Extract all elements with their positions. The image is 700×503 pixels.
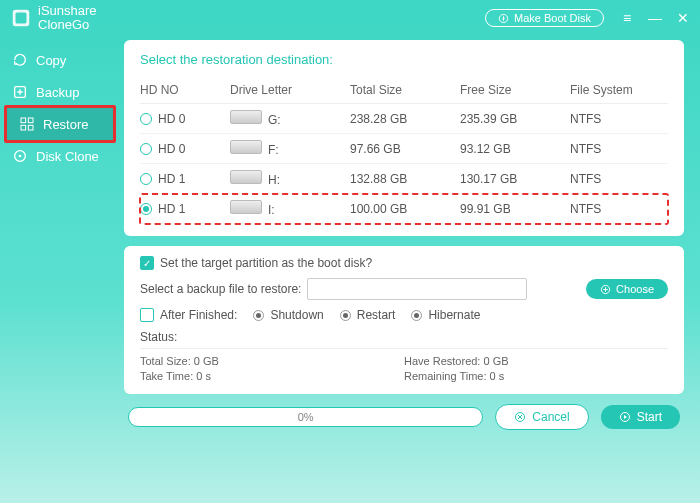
backup-file-input[interactable]: [307, 278, 527, 300]
footer: 0% Cancel Start: [124, 404, 684, 432]
svg-point-9: [19, 155, 22, 158]
cancel-button[interactable]: Cancel: [495, 404, 588, 430]
svg-rect-5: [28, 118, 33, 123]
status-label: Status:: [140, 330, 668, 344]
table-row[interactable]: HD 0G:238.28 GB235.39 GBNTFS: [140, 104, 668, 134]
sidebar-item-copy[interactable]: Copy: [0, 44, 120, 76]
clone-icon: [12, 148, 28, 164]
after-finished-checkbox[interactable]: [140, 308, 154, 322]
row-radio[interactable]: [140, 203, 152, 215]
drive-icon: [230, 200, 262, 214]
backup-icon: [12, 84, 28, 100]
main-content: Select the restoration destination: HD N…: [120, 36, 700, 503]
sidebar-item-backup[interactable]: Backup: [0, 76, 120, 108]
shutdown-radio[interactable]: [253, 310, 264, 321]
restore-icon: [19, 116, 35, 132]
status-take: Take Time: 0 s: [140, 370, 404, 382]
table-row[interactable]: HD 0F:97.66 GB93.12 GBNTFS: [140, 134, 668, 164]
row-radio[interactable]: [140, 113, 152, 125]
options-panel: Set the target partition as the boot dis…: [124, 246, 684, 394]
hibernate-radio[interactable]: [411, 310, 422, 321]
sidebar: Copy Backup Restore Disk Clone: [0, 36, 120, 503]
title-bar: iSunshare CloneGo Make Boot Disk ≡ — ✕: [0, 0, 700, 36]
minimize-button[interactable]: —: [648, 11, 662, 25]
copy-icon: [12, 52, 28, 68]
play-icon: [619, 411, 631, 423]
sidebar-item-restore[interactable]: Restore: [7, 108, 113, 140]
brand-icon: [10, 7, 32, 29]
table-header: HD NO Drive Letter Total Size Free Size …: [140, 77, 668, 104]
table-row[interactable]: HD 1H:132.88 GB130.17 GBNTFS: [140, 164, 668, 194]
start-button[interactable]: Start: [601, 405, 680, 429]
target-boot-label: Set the target partition as the boot dis…: [160, 256, 372, 270]
row-radio[interactable]: [140, 143, 152, 155]
compass-icon: [498, 13, 509, 24]
svg-rect-6: [21, 125, 26, 130]
svg-rect-4: [21, 118, 26, 123]
menu-button[interactable]: ≡: [620, 11, 634, 25]
restart-radio[interactable]: [340, 310, 351, 321]
drive-icon: [230, 110, 262, 124]
drive-icon: [230, 140, 262, 154]
status-grid: Total Size: 0 GB Have Restored: 0 GB Tak…: [140, 348, 668, 382]
brand-line1: iSunshare: [38, 4, 97, 18]
table-row[interactable]: HD 1I:100.00 GB99.91 GBNTFS: [140, 194, 668, 224]
table-body: HD 0G:238.28 GB235.39 GBNTFSHD 0F:97.66 …: [140, 104, 668, 224]
sidebar-item-disk-clone[interactable]: Disk Clone: [0, 140, 120, 172]
cancel-icon: [514, 411, 526, 423]
target-boot-checkbox[interactable]: [140, 256, 154, 270]
choose-button[interactable]: Choose: [586, 279, 668, 299]
row-radio[interactable]: [140, 173, 152, 185]
status-total: Total Size: 0 GB: [140, 355, 404, 367]
plus-circle-icon: [600, 284, 611, 295]
destination-panel: Select the restoration destination: HD N…: [124, 40, 684, 236]
progress-bar: 0%: [128, 407, 483, 427]
app-brand: iSunshare CloneGo: [10, 4, 97, 33]
brand-line2: CloneGo: [38, 18, 97, 32]
after-finished-label: After Finished:: [160, 308, 237, 322]
svg-rect-1: [16, 13, 27, 24]
app-window: iSunshare CloneGo Make Boot Disk ≡ — ✕ C…: [0, 0, 700, 503]
panel-title: Select the restoration destination:: [140, 52, 668, 67]
status-remain: Remaining Time: 0 s: [404, 370, 668, 382]
svg-rect-7: [28, 125, 33, 130]
close-button[interactable]: ✕: [676, 11, 690, 25]
active-highlight: Restore: [4, 105, 116, 143]
drive-icon: [230, 170, 262, 184]
backup-file-label: Select a backup file to restore:: [140, 282, 301, 296]
status-restored: Have Restored: 0 GB: [404, 355, 668, 367]
make-boot-disk-button[interactable]: Make Boot Disk: [485, 9, 604, 27]
